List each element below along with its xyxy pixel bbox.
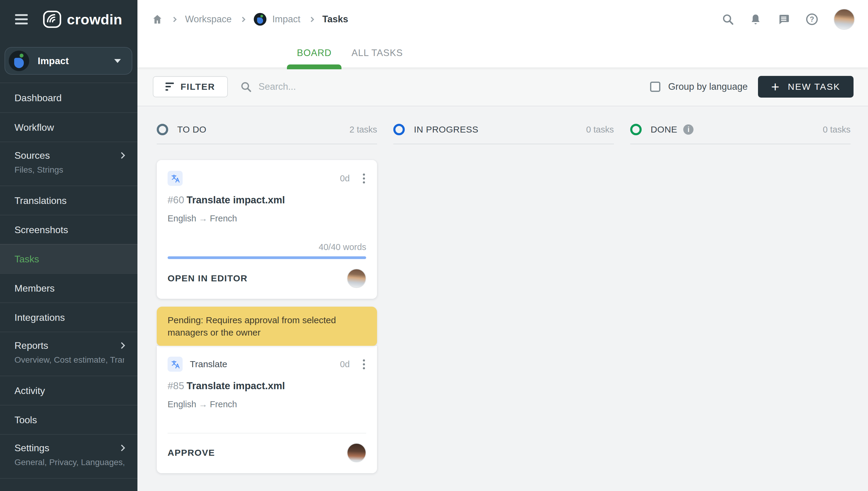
progress-fill (168, 256, 366, 259)
sidebar-item-integrations[interactable]: Integrations (0, 302, 137, 331)
card-title: #85Translate impact.xml (168, 379, 366, 392)
task-type-label: Translate (190, 359, 227, 369)
sidebar-item-settings[interactable]: Settings General, Privacy, Languages, Q… (0, 434, 137, 478)
card-title: #60Translate impact.xml (168, 194, 366, 206)
toolbar-right: Group by language + NEW TASK (650, 76, 853, 97)
progress-bar (168, 256, 366, 259)
assignee-avatar (347, 269, 366, 288)
group-by-language-checkbox[interactable] (650, 82, 660, 92)
topbar: Workspace Impact Tasks (137, 0, 868, 38)
header: Workspace Impact Tasks (137, 0, 868, 67)
info-icon[interactable]: i (683, 124, 694, 135)
task-card-85[interactable]: Translate 0d #85Translate impact.xml Eng… (157, 346, 377, 473)
column-count: 0 tasks (586, 125, 614, 135)
sidebar-item-workflow[interactable]: Workflow (0, 112, 137, 142)
tabs: BOARD ALL TASKS (137, 38, 868, 67)
sidebar-item-tasks[interactable]: Tasks (0, 244, 137, 273)
card-footer: OPEN IN EDITOR (168, 269, 366, 288)
arrow-right-icon: → (196, 399, 210, 409)
app-root: crowdin Impact Dashboard Workflow Source… (0, 0, 868, 491)
breadcrumb-project-avatar (254, 13, 267, 26)
card-footer: APPROVE (168, 443, 366, 462)
column-done-header: DONE i 0 tasks (630, 124, 850, 144)
sidebar: crowdin Impact Dashboard Workflow Source… (0, 0, 137, 491)
column-todo-header: TO DO 2 tasks (157, 124, 377, 144)
group-by-language-label[interactable]: Group by language (668, 81, 748, 92)
project-avatar (9, 51, 29, 71)
card-divider (168, 433, 366, 433)
breadcrumb-workspace[interactable]: Workspace (185, 14, 232, 25)
chevron-right-icon (118, 152, 125, 159)
breadcrumb-separator-icon (171, 17, 177, 22)
todo-status-circle-icon (157, 124, 168, 135)
filter-button[interactable]: FILTER (153, 76, 228, 97)
chevron-right-icon (118, 444, 125, 452)
breadcrumb-current-tasks[interactable]: Tasks (323, 14, 348, 25)
duration-badge: 0d (340, 174, 349, 183)
crowdin-logo[interactable]: crowdin (42, 9, 122, 29)
tab-all-tasks[interactable]: ALL TASKS (341, 38, 413, 67)
filter-icon (165, 83, 174, 91)
sidebar-item-activity[interactable]: Activity (0, 376, 137, 405)
breadcrumb-separator-icon (240, 17, 245, 22)
topbar-icons: ? (722, 9, 855, 30)
messages-chat-icon[interactable] (777, 13, 790, 26)
column-in-progress-header: IN PROGRESS 0 tasks (393, 124, 614, 144)
in-progress-status-circle-icon (393, 124, 405, 135)
open-in-editor-button[interactable]: OPEN IN EDITOR (168, 273, 247, 284)
language-pair: English→French (168, 213, 366, 224)
language-pair: English→French (168, 399, 366, 409)
column-count: 2 tasks (349, 125, 377, 135)
done-status-circle-icon (630, 124, 642, 135)
breadcrumb: Workspace Impact Tasks (151, 13, 348, 26)
search-box (240, 81, 427, 93)
task-board: TO DO 2 tasks 0d #60T (137, 106, 868, 491)
sidebar-header: crowdin (0, 0, 137, 38)
sidebar-item-translations[interactable]: Translations (0, 185, 137, 215)
column-count: 0 tasks (823, 125, 850, 135)
user-avatar[interactable] (834, 9, 855, 30)
card-menu-kebab-icon[interactable] (362, 358, 366, 371)
sidebar-item-members[interactable]: Members (0, 273, 137, 302)
sidebar-item-dashboard[interactable]: Dashboard (0, 83, 137, 112)
task-card-60[interactable]: 0d #60Translate impact.xml English→Frenc… (157, 160, 377, 299)
home-icon[interactable] (151, 13, 163, 25)
assignee-avatar (347, 443, 366, 462)
search-input[interactable] (259, 81, 427, 92)
help-icon[interactable]: ? (805, 13, 818, 26)
hamburger-menu-icon[interactable] (15, 14, 28, 24)
arrow-right-icon: → (196, 213, 210, 223)
column-in-progress: IN PROGRESS 0 tasks (393, 106, 614, 473)
sidebar-item-sources[interactable]: Sources Files, Strings (0, 142, 137, 185)
sidebar-item-screenshots[interactable]: Screenshots (0, 215, 137, 244)
new-task-button[interactable]: + NEW TASK (758, 76, 853, 97)
column-done: DONE i 0 tasks (630, 106, 850, 473)
toolbar: FILTER Group by language + NEW TASK (137, 67, 868, 106)
column-todo: TO DO 2 tasks 0d #60T (157, 106, 377, 473)
search-icon (240, 81, 252, 93)
approve-button[interactable]: APPROVE (168, 447, 215, 458)
breadcrumb-project[interactable]: Impact (273, 14, 301, 25)
word-count: 40/40 words (168, 242, 366, 252)
svg-text:?: ? (810, 15, 814, 23)
pending-approval-banner: Pending: Requires approval from selected… (157, 307, 377, 346)
notifications-bell-icon[interactable] (749, 13, 762, 26)
project-name: Impact (38, 55, 69, 66)
card-head: 0d (168, 171, 366, 186)
sidebar-nav: Dashboard Workflow Sources Files, String… (0, 83, 137, 479)
card-head: Translate 0d (168, 357, 366, 372)
breadcrumb-separator-icon (309, 17, 314, 22)
main-area: Workspace Impact Tasks (137, 0, 868, 491)
project-selector[interactable]: Impact (4, 47, 132, 75)
translate-task-icon (168, 357, 183, 372)
sidebar-item-tools[interactable]: Tools (0, 405, 137, 434)
caret-down-icon (114, 59, 121, 63)
tab-board[interactable]: BOARD (287, 38, 341, 67)
sidebar-item-reports[interactable]: Reports Overview, Cost estimate, Transl… (0, 331, 137, 376)
crowdin-logo-icon (42, 9, 62, 29)
logo-text: crowdin (67, 11, 122, 28)
card-menu-kebab-icon[interactable] (362, 172, 366, 185)
task-card-85-group: Pending: Requires approval from selected… (157, 307, 377, 473)
chevron-right-icon (118, 342, 125, 349)
search-icon[interactable] (722, 13, 734, 26)
